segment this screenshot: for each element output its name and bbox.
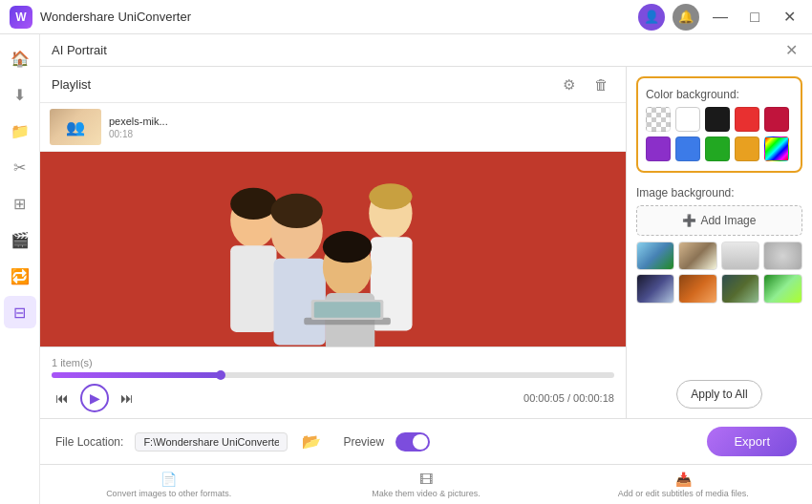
preview-toggle[interactable] [395, 432, 430, 452]
file-location-input[interactable] [135, 432, 288, 452]
ai-portrait-panel: AI Portrait ✕ Playlist ⚙ 🗑 pexels-m [40, 34, 812, 418]
sidebar-item-video[interactable]: 🎬 [4, 223, 36, 256]
minimize-btn[interactable]: — [707, 4, 734, 31]
app-title: Wondershare UniConverter [40, 10, 638, 24]
export-button[interactable]: Export [707, 427, 797, 456]
panel-title: AI Portrait [52, 43, 781, 57]
bottom-nav: 📄 Convert images to other formats. 🎞 Mak… [40, 464, 812, 504]
bg-thumb-6[interactable] [678, 274, 717, 303]
svg-point-14 [323, 231, 372, 262]
sidebar-item-grid[interactable]: ⊞ [4, 187, 36, 220]
time-display: 00:00:05 / 00:00:18 [524, 392, 614, 404]
playlist-header: Playlist ⚙ 🗑 [40, 67, 626, 103]
nav-icon-2: 🎞 [419, 472, 433, 487]
video-frame-svg [40, 152, 626, 346]
bg-thumb-7[interactable] [721, 274, 760, 303]
sidebar-item-files[interactable]: 📁 [4, 115, 36, 147]
controls-row: ⏮ ▶ ⏭ 00:00:05 / 00:00:18 [52, 384, 614, 412]
progress-thumb [216, 370, 225, 380]
swatch-orange[interactable] [735, 136, 759, 161]
file-location-label: File Location: [55, 435, 123, 449]
thumb-image [50, 109, 101, 145]
svg-point-12 [369, 183, 412, 209]
playlist-delete-btn[interactable]: 🗑 [589, 73, 614, 97]
close-btn[interactable]: ✕ [776, 4, 802, 31]
swatch-darkred[interactable] [764, 107, 789, 132]
plus-icon: ➕ [682, 214, 696, 227]
bottom-nav-item-1[interactable]: 📄 Convert images to other formats. [40, 468, 297, 504]
swatch-green[interactable] [705, 136, 730, 161]
color-swatches [646, 107, 793, 161]
playlist-thumb [50, 109, 101, 145]
playlist-title: Playlist [52, 77, 549, 92]
image-background-section: Image background: ➕ Add Image [636, 186, 802, 304]
sidebar-item-download[interactable]: ⬇ [4, 78, 36, 111]
svg-rect-1 [230, 245, 276, 332]
bg-thumb-4[interactable] [763, 242, 802, 270]
swatch-red[interactable] [735, 107, 759, 132]
toggle-knob [413, 434, 428, 450]
panel-close-button[interactable]: ✕ [781, 41, 801, 60]
playlist-item[interactable]: pexels-mik... 00:18 [40, 103, 626, 152]
image-bg-label: Image background: [636, 186, 802, 200]
bg-thumb-5[interactable] [636, 274, 675, 303]
user-icon[interactable]: 👤 [638, 4, 665, 31]
swatch-purple[interactable] [646, 136, 671, 161]
swatch-black[interactable] [705, 107, 730, 132]
bg-thumb-1[interactable] [636, 242, 675, 270]
sidebar-item-home[interactable]: 🏠 [4, 42, 36, 74]
items-count: 1 item(s) [52, 357, 93, 368]
bg-thumb-2[interactable] [678, 242, 717, 270]
svg-point-11 [230, 188, 276, 220]
playlist-item-name: pexels-mik... [109, 116, 616, 127]
svg-rect-10 [314, 302, 381, 318]
svg-point-13 [270, 194, 322, 228]
title-bar-actions: 👤 🔔 — □ ✕ [638, 4, 802, 31]
main-content: AI Portrait ✕ Playlist ⚙ 🗑 pexels-m [40, 34, 812, 504]
title-bar: W Wondershare UniConverter 👤 🔔 — □ ✕ [0, 0, 812, 34]
swatch-rainbow[interactable] [764, 136, 789, 161]
video-controls: 1 item(s) ⏮ ▶ ⏭ 00:00:05 / 00:00:18 [40, 346, 626, 418]
app-logo: W [10, 6, 32, 29]
progress-fill [52, 372, 221, 378]
color-bg-label: Color background: [646, 88, 793, 101]
preview-label: Preview [343, 435, 384, 449]
prev-btn[interactable]: ⏮ [52, 388, 73, 409]
current-time: 00:00:05 [524, 392, 565, 404]
bg-thumbnails [636, 242, 802, 304]
video-content [40, 152, 626, 346]
apply-to-all-button[interactable]: Apply to All [676, 380, 761, 409]
items-row: 1 item(s) [52, 353, 614, 372]
swatch-white[interactable] [675, 107, 700, 132]
progress-bar[interactable] [52, 372, 614, 378]
swatch-blue[interactable] [675, 136, 700, 161]
left-panel: Playlist ⚙ 🗑 pexels-mik... 00:18 [40, 34, 626, 418]
video-area [40, 152, 626, 346]
nav-label-2: Make them video & pictures. [372, 489, 481, 498]
color-background-section: Color background: [636, 76, 802, 173]
total-time: 00:00:18 [573, 392, 614, 404]
playlist-settings-btn[interactable]: ⚙ [557, 73, 582, 97]
nav-label-3: Add or edit subtitles of media files. [618, 489, 749, 498]
app-body: 🏠 ⬇ 📁 ✂ ⊞ 🎬 🔁 ⊟ AI Portrait ✕ Playlist ⚙… [0, 34, 812, 504]
maximize-btn[interactable]: □ [741, 4, 768, 31]
add-image-button[interactable]: ➕ Add Image [636, 205, 802, 236]
bottom-nav-item-2[interactable]: 🎞 Make them video & pictures. [297, 468, 554, 504]
bg-thumb-8[interactable] [763, 274, 802, 303]
play-btn[interactable]: ▶ [80, 384, 109, 412]
sidebar-item-apps[interactable]: ⊟ [4, 296, 36, 328]
swatch-checker[interactable] [646, 107, 671, 132]
sidebar-item-cut[interactable]: ✂ [4, 151, 36, 183]
sidebar: 🏠 ⬇ 📁 ✂ ⊞ 🎬 🔁 ⊟ [0, 34, 40, 504]
notification-icon[interactable]: 🔔 [673, 4, 699, 31]
right-panel: Color background: [626, 34, 812, 418]
playlist-item-duration: 00:18 [109, 129, 616, 139]
nav-icon-1: 📄 [160, 472, 177, 487]
next-btn[interactable]: ⏭ [117, 388, 138, 409]
bg-thumb-3[interactable] [721, 242, 760, 270]
bottom-nav-item-3[interactable]: 📥 Add or edit subtitles of media files. [555, 468, 812, 504]
folder-browse-btn[interactable]: 📂 [299, 430, 324, 454]
sidebar-item-convert[interactable]: 🔁 [4, 260, 36, 292]
bottom-bar: File Location: 📂 Preview Export [40, 418, 812, 464]
playlist-item-info: pexels-mik... 00:18 [109, 116, 616, 139]
